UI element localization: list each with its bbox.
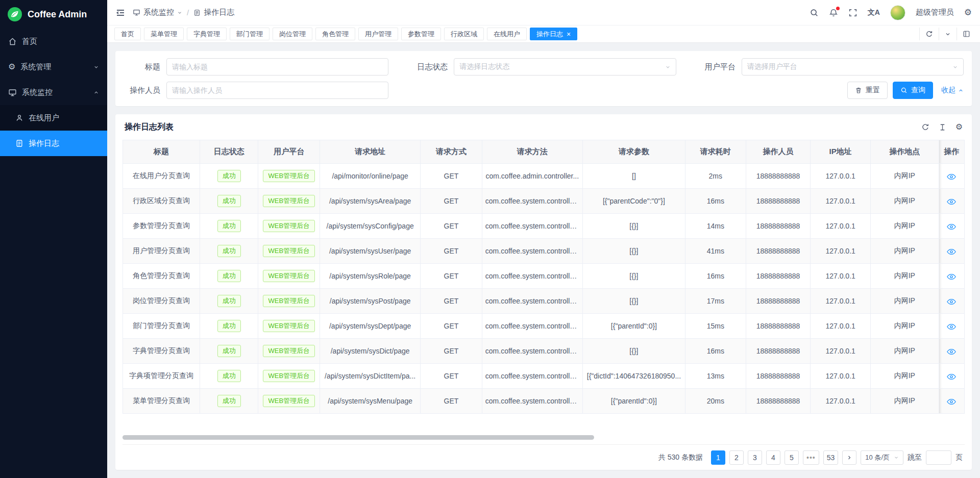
view-detail-eye-icon[interactable] [947,298,956,305]
view-detail-eye-icon[interactable] [947,398,956,405]
next-page-button[interactable] [842,450,856,465]
cell-action [939,389,964,414]
breadcrumb-separator: / [187,8,189,17]
page-button-5[interactable]: 5 [785,450,799,465]
tab-item-4[interactable]: 岗位管理 [273,28,312,40]
status-badge: 成功 [200,189,258,214]
pagination-pages: 12345•••53 [711,450,838,465]
view-detail-eye-icon[interactable] [947,173,956,180]
tab-item-9[interactable]: 在线用户 [487,28,527,40]
search-button[interactable]: 查询 [893,82,933,99]
view-detail-eye-icon[interactable] [947,348,956,355]
breadcrumb-item-monitor[interactable]: 系统监控 [133,8,182,17]
cell-location: 内网IP [870,264,939,289]
notification-bell-icon[interactable] [829,8,838,17]
sidebar-item-system-management[interactable]: ⚙ 系统管理 [0,54,107,80]
tab-item-3[interactable]: 部门管理 [230,28,270,40]
column-header: 请求方式 [421,140,482,164]
chevron-down-icon[interactable] [939,28,957,40]
tab-item-7[interactable]: 参数管理 [401,28,441,40]
view-detail-eye-icon[interactable] [947,248,956,255]
cell-ip: 127.0.0.1 [811,339,871,364]
platform-badge: WEB管理后台 [263,395,315,408]
cell-params: [{"dictId":140647326180950... [582,364,685,389]
fullscreen-icon[interactable] [848,8,857,17]
collapse-sidebar-icon[interactable] [115,8,126,18]
refresh-icon[interactable] [921,123,929,131]
avatar[interactable] [890,5,905,20]
page-button-4[interactable]: 4 [766,450,780,465]
platform-select[interactable]: 请选择用户平台 [742,58,964,76]
view-detail-eye-icon[interactable] [947,223,956,230]
cell-params: [] [582,164,685,189]
tab-item-2[interactable]: 字典管理 [187,28,227,40]
translate-icon[interactable]: 文A [868,8,880,17]
cell-location: 内网IP [870,339,939,364]
sidebar-item-operation-log[interactable]: 操作日志 [0,131,107,156]
layout-icon[interactable] [957,28,976,40]
table-header-row: 标题日志状态用户平台请求地址请求方式请求方法请求参数请求耗时操作人员IP地址操作… [123,140,965,164]
tab-item-1[interactable]: 菜单管理 [144,28,184,40]
cell-request-method: GET [421,339,482,364]
collapse-filters-link[interactable]: 收起 [941,86,964,95]
tab-item-6[interactable]: 用户管理 [358,28,398,40]
logo-icon [7,7,22,22]
pagination-ellipsis[interactable]: ••• [803,450,819,465]
table-row: 行政区域分页查询成功WEB管理后台/api/system/sysArea/pag… [123,189,965,214]
tab-item-10[interactable]: 操作日志× [530,28,577,40]
cell-handler: com.coffee.admin.controller... [482,164,582,189]
platform-badge: WEB管理后台 [258,339,320,364]
cell-location: 内网IP [870,389,939,414]
page-button-1[interactable]: 1 [711,450,725,465]
refresh-icon[interactable] [919,28,939,40]
cell-title: 字典项管理分页查询 [123,364,200,389]
jump-page-input[interactable] [926,450,951,465]
table-row: 部门管理分页查询成功WEB管理后台/api/system/sysDept/pag… [123,314,965,339]
cell-operator: 18888888888 [746,339,811,364]
view-detail-eye-icon[interactable] [947,323,956,330]
cell-duration: 15ms [685,314,746,339]
column-settings-gear-icon[interactable]: ⚙ [955,123,963,131]
log-list-panel: 操作日志列表 ⚙ 标题日志状态用户平台请求地址请求方式请求方法请求参数请求耗时操… [115,114,972,470]
reset-button[interactable]: 重置 [847,82,888,99]
sidebar-item-online-users[interactable]: 在线用户 [0,105,107,131]
cell-request-url: /api/monitor/online/page [320,164,421,189]
view-detail-eye-icon[interactable] [947,373,956,380]
view-detail-eye-icon[interactable] [947,198,956,205]
title-input[interactable] [166,58,388,76]
search-icon[interactable] [810,8,819,17]
view-detail-eye-icon[interactable] [947,273,956,280]
sidebar-item-system-monitor[interactable]: 系统监控 [0,80,107,105]
status-badge: 成功 [217,370,241,383]
cell-operator: 18888888888 [746,364,811,389]
chevron-up-icon [93,90,99,95]
tab-item-8[interactable]: 行政区域 [444,28,484,40]
page-button-2[interactable]: 2 [729,450,744,465]
page-button-3[interactable]: 3 [748,450,762,465]
username[interactable]: 超级管理员 [916,8,954,17]
platform-badge: WEB管理后台 [263,295,315,308]
cell-operator: 18888888888 [746,164,811,189]
page-size-select[interactable]: 10 条/页 [861,450,903,465]
horizontal-scrollbar-thumb[interactable] [122,435,594,440]
settings-gear-icon[interactable]: ⚙ [964,8,972,17]
page-button-53[interactable]: 53 [823,450,839,465]
jump-suffix-label: 页 [955,453,963,462]
status-select[interactable]: 请选择日志状态 [454,58,676,76]
sidebar-item-home[interactable]: 首页 [0,29,107,54]
cell-operator: 18888888888 [746,264,811,289]
filter-status-label: 日志状态 [411,62,454,72]
user-icon [15,114,23,122]
row-height-icon[interactable] [939,123,946,131]
cell-params: [{}] [582,339,685,364]
tab-close-icon[interactable]: × [567,31,571,38]
cell-operator: 18888888888 [746,314,811,339]
operator-input[interactable] [166,82,388,99]
tab-item-0[interactable]: 首页 [114,28,141,40]
tab-item-5[interactable]: 角色管理 [315,28,355,40]
filter-operator: 操作人员 [124,82,388,99]
status-badge: 成功 [200,239,258,264]
cell-title: 角色管理分页查询 [123,264,200,289]
column-header: 操作人员 [746,140,811,164]
cell-action [939,289,964,314]
